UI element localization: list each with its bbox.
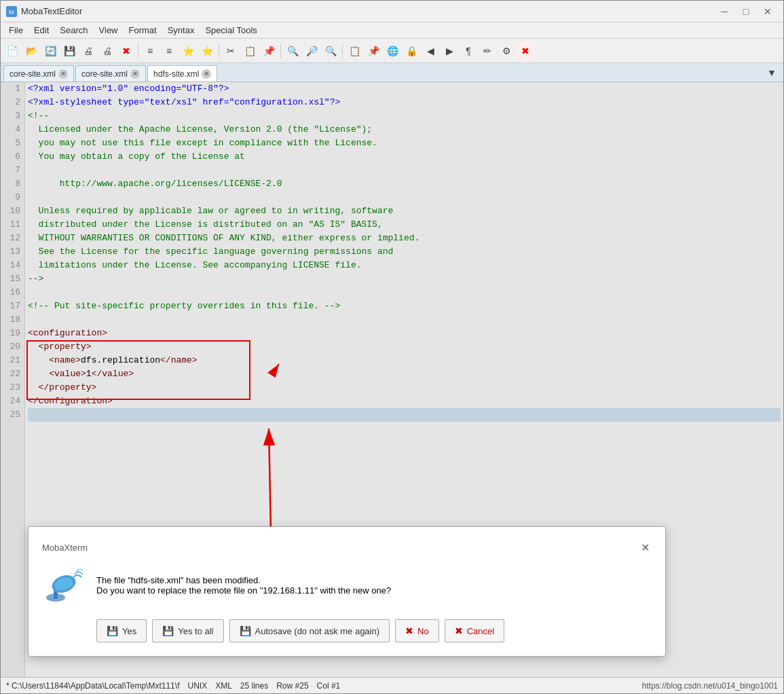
- close-button[interactable]: ✕: [758, 4, 778, 19]
- svg-text:M: M: [9, 9, 14, 16]
- open-button[interactable]: 📂: [22, 42, 40, 60]
- app-icon: M: [6, 6, 17, 17]
- dialog-message-line2: Do you want to replace the remote file o…: [96, 585, 391, 596]
- dialog-buttons: 💾 Yes 💾 Yes to all 💾 Autosave (do not as…: [42, 619, 652, 642]
- dialog-body: The file "hdfs-site.xml" has been modifi…: [42, 565, 652, 606]
- tab-label-1: core-site.xml: [10, 69, 56, 79]
- yes-all-icon: 💾: [162, 625, 174, 636]
- tab-close-1[interactable]: ✕: [58, 69, 68, 79]
- indent-button[interactable]: ≡: [141, 42, 159, 60]
- find2-button[interactable]: 🔎: [303, 42, 320, 60]
- title-bar-left: M MobaTextEditor: [6, 6, 82, 17]
- satellite-icon: [42, 565, 83, 606]
- status-lines: 25 lines: [240, 681, 268, 691]
- tab-hdfs-site[interactable]: hdfs-site.xml ✕: [147, 65, 217, 81]
- dialog-title: MobaXterm: [42, 543, 88, 553]
- menu-syntax[interactable]: Syntax: [162, 24, 200, 37]
- bookmark2-button[interactable]: ⭐: [198, 42, 216, 60]
- status-syntax: XML: [215, 681, 232, 691]
- new-button[interactable]: 📄: [3, 42, 21, 60]
- cancel-icon: ✖: [455, 625, 463, 636]
- sep3: [280, 43, 281, 58]
- editor-wrapper: 1 2 3 4 5 6 7 8 9 10 11 12 13 14 15 16 1…: [1, 82, 783, 677]
- reload-button[interactable]: 🔄: [41, 42, 59, 60]
- findreplace-button[interactable]: 🔍: [322, 42, 339, 60]
- tab-core-site-2[interactable]: core-site.xml ✕: [75, 65, 146, 81]
- paste2-button[interactable]: 📌: [365, 42, 382, 60]
- dialog-message: The file "hdfs-site.xml" has been modifi…: [96, 575, 391, 596]
- copy2-button[interactable]: 📋: [346, 42, 363, 60]
- tab-label-3: hdfs-site.xml: [153, 69, 199, 79]
- yes-all-button[interactable]: 💾 Yes to all: [152, 619, 223, 642]
- status-col: Col #1: [317, 681, 341, 691]
- dialog-message-line1: The file "hdfs-site.xml" has been modifi…: [96, 575, 391, 585]
- back-button[interactable]: ◀: [422, 42, 439, 60]
- no-label: No: [417, 626, 429, 636]
- autosave-button[interactable]: 💾 Autosave (do not ask me again): [229, 619, 390, 642]
- cut-button[interactable]: ✂: [222, 42, 240, 60]
- bookmark-button[interactable]: ⭐: [179, 42, 197, 60]
- menu-format[interactable]: Format: [124, 24, 162, 37]
- dialog-overlay: MobaXterm ✕: [1, 82, 783, 677]
- autosave-label: Autosave (do not ask me again): [255, 626, 380, 636]
- print-button[interactable]: 🖨: [79, 42, 97, 60]
- tab-label-2: core-site.xml: [81, 69, 128, 79]
- tab-close-3[interactable]: ✕: [202, 69, 211, 79]
- menu-edit[interactable]: Edit: [29, 24, 54, 37]
- dialog-close-button[interactable]: ✕: [638, 541, 652, 554]
- tab-scroll-button[interactable]: ▼: [763, 64, 781, 81]
- status-row: Row #25: [276, 681, 308, 691]
- paragraph-button[interactable]: ¶: [460, 42, 477, 60]
- cancel-label: Cancel: [467, 626, 494, 636]
- yes-label: Yes: [122, 626, 136, 636]
- dialog-header: MobaXterm ✕: [42, 541, 652, 554]
- menu-bar: File Edit Search View Format Syntax Spec…: [1, 22, 783, 39]
- no-icon: ✖: [405, 625, 413, 636]
- mobaxterm-dialog: MobaXterm ✕: [28, 526, 666, 657]
- status-left: * C:\Users\11844\AppData\Local\Temp\Mxt1…: [6, 681, 340, 691]
- tab-bar: core-site.xml ✕ core-site.xml ✕ hdfs-sit…: [1, 63, 783, 82]
- autosave-icon: 💾: [240, 625, 251, 636]
- title-bar: M MobaTextEditor ─ □ ✕: [1, 1, 783, 22]
- status-bar: * C:\Users\11844\AppData\Local\Temp\Mxt1…: [1, 677, 783, 693]
- toolbar: 📄 📂 🔄 💾 🖨 🖨 ✖ ≡ ≡ ⭐ ⭐ ✂ 📋 📌 🔍 🔎 🔍 📋 📌 🌐 …: [1, 39, 783, 63]
- title-bar-controls: ─ □ ✕: [714, 4, 778, 19]
- copy-button[interactable]: 📋: [241, 42, 259, 60]
- menu-special-tools[interactable]: Special Tools: [200, 24, 262, 37]
- network2-button[interactable]: 🔒: [403, 42, 420, 60]
- tab-core-site-1[interactable]: core-site.xml ✕: [3, 65, 74, 81]
- print2-button[interactable]: 🖨: [98, 42, 116, 60]
- menu-search[interactable]: Search: [54, 24, 93, 37]
- close2-button[interactable]: ✖: [517, 42, 534, 60]
- status-path: * C:\Users\11844\AppData\Local\Temp\Mxt1…: [6, 681, 179, 691]
- tab-scroll: ▼: [763, 64, 781, 81]
- paste-button[interactable]: 📌: [260, 42, 278, 60]
- save-button[interactable]: 💾: [60, 42, 78, 60]
- gear-button[interactable]: ⚙: [498, 42, 515, 60]
- close-file-button[interactable]: ✖: [117, 42, 135, 60]
- menu-file[interactable]: File: [3, 24, 29, 37]
- sep4: [342, 43, 343, 58]
- sep1: [138, 43, 138, 58]
- maximize-button[interactable]: □: [736, 4, 756, 19]
- yes-all-label: Yes to all: [178, 626, 213, 636]
- pencil-button[interactable]: ✏: [479, 42, 496, 60]
- status-right: https://blog.csdn.net/u014_bingo1001: [642, 681, 778, 691]
- sep2: [219, 43, 219, 58]
- find-button[interactable]: 🔍: [284, 42, 301, 60]
- main-window: M MobaTextEditor ─ □ ✕ File Edit Search …: [0, 0, 784, 694]
- no-button[interactable]: ✖ No: [395, 619, 439, 642]
- tab-close-2[interactable]: ✕: [130, 69, 140, 79]
- menu-view[interactable]: View: [94, 24, 124, 37]
- yes-button[interactable]: 💾 Yes: [96, 619, 147, 642]
- forward-button[interactable]: ▶: [441, 42, 458, 60]
- unindent-button[interactable]: ≡: [160, 42, 178, 60]
- status-encoding: UNIX: [187, 681, 207, 691]
- window-title: MobaTextEditor: [21, 6, 82, 16]
- cancel-button[interactable]: ✖ Cancel: [445, 619, 504, 642]
- yes-icon: 💾: [107, 625, 118, 636]
- network-button[interactable]: 🌐: [384, 42, 401, 60]
- minimize-button[interactable]: ─: [714, 4, 734, 19]
